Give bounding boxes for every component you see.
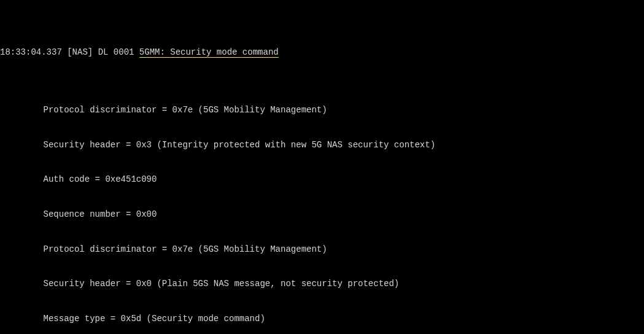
log-line: Protocol discriminator = 0x7e (5GS Mobil…	[0, 104, 644, 116]
log-line: Message type = 0x5d (Security mode comma…	[0, 313, 644, 325]
log-line: Auth code = 0xe451c090	[0, 174, 644, 185]
log-header-line: 18:33:04.337 [NAS] DL 0001 5GMM: Securit…	[0, 47, 644, 58]
nas-log-output: 18:33:04.337 [NAS] DL 0001 5GMM: Securit…	[0, 0, 644, 334]
log-line: Security header = 0x3 (Integrity protect…	[0, 139, 644, 151]
log-line: Sequence number = 0x00	[0, 209, 644, 220]
log-line: Security header = 0x0 (Plain 5GS NAS mes…	[0, 278, 644, 290]
log-header-highlight: 5GMM: Security mode command	[139, 47, 279, 58]
log-header-prefix: 18:33:04.337 [NAS] DL 0001	[0, 47, 139, 57]
log-line: Protocol discriminator = 0x7e (5GS Mobil…	[0, 244, 644, 255]
